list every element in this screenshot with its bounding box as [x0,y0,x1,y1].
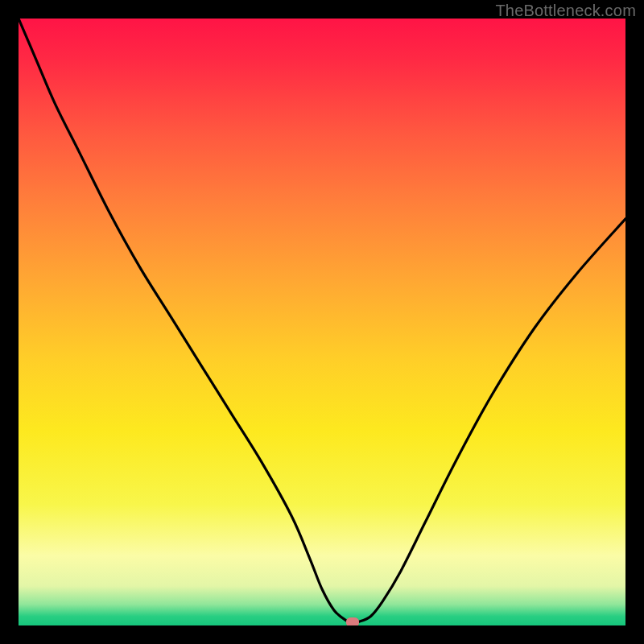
watermark-text: TheBottleneck.com [495,2,636,20]
bottleneck-curve [19,19,625,625]
plot-area [19,19,625,625]
optimum-marker [346,617,359,625]
chart-frame: TheBottleneck.com [0,0,644,644]
